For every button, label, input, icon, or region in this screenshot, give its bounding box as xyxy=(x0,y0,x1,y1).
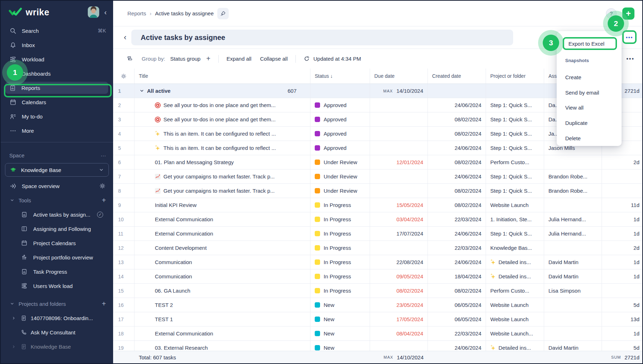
sidebar-project-knowledge-base[interactable]: Knowledge Base xyxy=(1,339,113,354)
due-date-cell xyxy=(370,184,428,198)
table-row[interactable]: 8 Get your campaigns to market faster. T… xyxy=(113,184,643,198)
table-row[interactable]: 7 Get your campaigns to market faster. T… xyxy=(113,170,643,184)
task-icon xyxy=(155,188,161,194)
group-by-icon xyxy=(127,56,133,62)
table-settings-gear-icon[interactable] xyxy=(113,69,135,84)
project-cell: Step 1: Quick S... xyxy=(486,127,544,141)
table-row[interactable]: 14 Communication In Progress 09/05/2024 … xyxy=(113,269,643,284)
sidebar-item-more[interactable]: More xyxy=(1,123,113,138)
sidebar-item-space-overview[interactable]: Space overview xyxy=(1,179,113,193)
row-number: 18 xyxy=(113,327,135,340)
add-group-icon[interactable]: + xyxy=(206,55,211,63)
projects-section[interactable]: Projects and folders + xyxy=(1,297,113,311)
created-date-cell: 24/06/2024 xyxy=(428,141,486,155)
group-by-value[interactable]: Status group xyxy=(170,56,201,62)
report-title-input[interactable]: Active tasks by assignee xyxy=(131,30,513,45)
space-selector[interactable]: Knowledge Base xyxy=(5,163,109,177)
status-swatch xyxy=(315,145,320,151)
wrike-logo[interactable]: wrike xyxy=(9,7,88,17)
menu-item-duplicate[interactable]: Duplicate xyxy=(565,119,588,127)
column-header-created-date[interactable]: Created date xyxy=(428,69,486,84)
task-title-cell: 01. Plan and Messaging Strategy xyxy=(135,155,310,169)
user-avatar[interactable] xyxy=(88,6,99,18)
chevron-right-icon[interactable] xyxy=(11,345,16,349)
project-cell: Step 1: Quick S... xyxy=(486,112,544,126)
table-row[interactable]: 18 External Communication New 08/04/2024… xyxy=(113,327,643,341)
menu-item-view-all[interactable]: View all xyxy=(565,104,583,112)
row-number: 4 xyxy=(113,127,135,141)
duration-cell: 1d xyxy=(602,227,643,241)
assignee-cell: David Martin xyxy=(544,269,602,283)
menu-item-delete[interactable]: Delete xyxy=(565,135,581,142)
breadcrumb-parent[interactable]: Reports xyxy=(127,10,146,16)
table-row[interactable]: 13 Communication In Progress 22/08/2024 … xyxy=(113,255,643,269)
menu-item-export-to-excel[interactable]: Export to Excel xyxy=(563,37,617,50)
duration-cell xyxy=(602,284,643,298)
column-header-project[interactable]: Project or folder xyxy=(486,69,544,84)
breadcrumb-separator: › xyxy=(150,10,152,16)
table-row[interactable]: 6 01. Plan and Messaging Strategy Under … xyxy=(113,155,643,170)
updated-at-label[interactable]: Updated at 4:34 PM xyxy=(313,56,361,62)
status-cell: Under Review xyxy=(310,155,370,169)
column-header-title[interactable]: Title xyxy=(135,69,310,84)
collapse-all-button[interactable]: Collapse all xyxy=(260,56,288,62)
sidebar-item-workload[interactable]: Workload xyxy=(1,52,113,66)
duration-cell xyxy=(602,170,643,183)
assignee-cell: Brandon Robe... xyxy=(544,170,602,183)
status-swatch xyxy=(315,160,320,165)
task-title-cell: Communication xyxy=(135,255,310,269)
table-row[interactable]: 10 External Communication In Progress 03… xyxy=(113,212,643,227)
portfolio-tool-icon xyxy=(21,254,28,261)
row-number: 7 xyxy=(113,170,135,183)
sidebar-tool-active-tasks[interactable]: Active tasks by assign... ✓ xyxy=(1,207,113,222)
menu-item-create[interactable]: Create xyxy=(565,74,581,81)
annotation-step-3: 3 xyxy=(543,35,559,51)
space-menu-dots[interactable]: ··· xyxy=(101,152,106,158)
status-swatch xyxy=(315,274,320,279)
column-header-due-date[interactable]: Due date xyxy=(370,69,428,84)
sidebar-tool-portfolio[interactable]: Project portfolio overview xyxy=(1,250,113,264)
report-more-button[interactable]: ••• xyxy=(622,30,637,44)
assignee-cell: Lisa Simpson xyxy=(544,284,602,298)
sidebar-project-onboarding[interactable]: 1407708096: Onboardin... xyxy=(1,311,113,325)
column-header-status[interactable]: Status ↓ xyxy=(310,69,370,84)
sidebar-tool-task-progress[interactable]: Task Progress xyxy=(1,264,113,279)
assignee-cell: Julia Hernand... xyxy=(544,212,602,226)
table-row[interactable]: 17 TEST 1 New 17/05/2024 06/05/2024 Webs… xyxy=(113,312,643,327)
menu-item-send-by-email[interactable]: Send by email xyxy=(565,89,599,97)
collapse-group-icon[interactable] xyxy=(140,89,144,93)
check-circle-icon: ✓ xyxy=(97,212,103,218)
sidebar-tool-users-workload[interactable]: Users Work load xyxy=(1,279,113,293)
sidebar-tool-calendars[interactable]: Project Calendars xyxy=(1,236,113,250)
pin-icon[interactable] xyxy=(217,8,229,19)
assignee-cell: Julia Hernand... xyxy=(544,227,602,241)
toolbar-more-button[interactable]: ••• xyxy=(626,56,634,62)
back-icon[interactable]: ‹ xyxy=(124,33,126,42)
add-project-icon[interactable]: + xyxy=(102,300,106,308)
table-row[interactable]: 9 Initial KPI Review In Progress 15/05/2… xyxy=(113,198,643,212)
tools-section[interactable]: Tools + xyxy=(1,193,113,207)
created-date-cell: 22/03/2024 xyxy=(428,327,486,340)
sidebar-tool-assigning[interactable]: Assigning and Following xyxy=(1,222,113,236)
table-row[interactable]: 16 TEST 2 New 23/05/2024 06/05/2024 Webs… xyxy=(113,298,643,312)
assignee-cell xyxy=(544,198,602,212)
table-row[interactable]: 11 External Communication In Progress 17… xyxy=(113,227,643,241)
sidebar-collapse-icon[interactable]: ‹ xyxy=(104,8,107,16)
sidebar-item-my-todo[interactable]: My to-do xyxy=(1,109,113,123)
table-row[interactable]: 15 06. GA Launch In Progress 08/02/2024 … xyxy=(113,284,643,298)
gear-icon[interactable] xyxy=(99,182,106,189)
more-dots-icon xyxy=(9,127,16,134)
chevron-right-icon[interactable] xyxy=(11,316,16,320)
wrike-logo-text: wrike xyxy=(26,7,49,17)
status-swatch xyxy=(315,317,320,322)
refresh-icon[interactable] xyxy=(304,56,310,62)
add-tool-icon[interactable]: + xyxy=(102,196,106,204)
expand-all-button[interactable]: Expand all xyxy=(227,56,252,62)
row-number: 12 xyxy=(113,241,135,255)
sidebar-item-inbox[interactable]: Inbox xyxy=(1,38,113,52)
project-cell: Detailed ins... xyxy=(486,269,544,283)
table-row[interactable]: 12 Content Development In Progress 22/03… xyxy=(113,241,643,255)
sidebar-project-consultant[interactable]: Ask My Consultant xyxy=(1,325,113,339)
sidebar-item-search[interactable]: Search ⌘K xyxy=(1,24,113,38)
add-new-button[interactable]: + xyxy=(622,7,634,20)
